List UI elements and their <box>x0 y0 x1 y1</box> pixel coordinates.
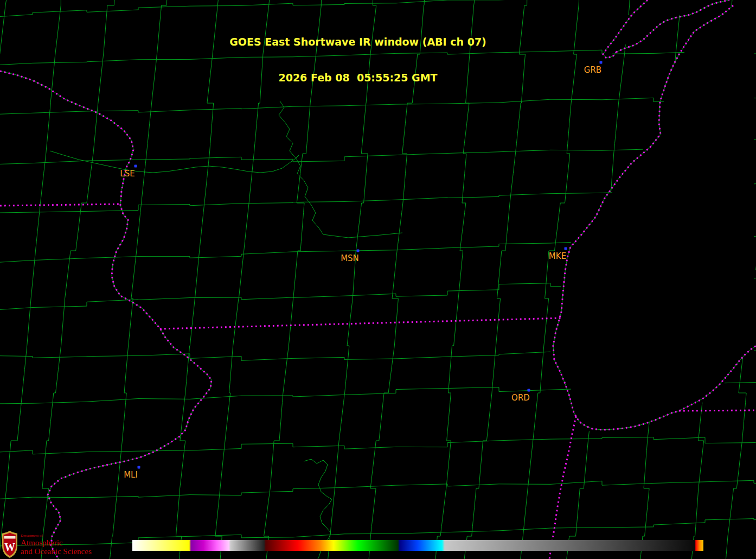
city-dot-mke <box>565 247 567 250</box>
mississippi-river-bank <box>0 71 212 559</box>
crest-letter: W <box>4 541 15 553</box>
title-line-1: GOES East Shortwave IR window (ABI ch 07… <box>0 36 716 48</box>
logo-dept-text: Department of <box>21 533 92 538</box>
image-title: GOES East Shortwave IR window (ABI ch 07… <box>0 12 716 107</box>
city-dot-ord <box>528 389 530 392</box>
city-dot-lse <box>134 165 137 168</box>
title-line-2: 2026 Feb 08 05:55:25 GMT <box>0 72 716 84</box>
mississippi-river-dotted <box>0 71 212 559</box>
indiana-michigan-border-dotted <box>679 410 756 411</box>
wisconsin-river <box>279 101 402 238</box>
uw-aos-logo: W Department of Atmospheric and Oceanic … <box>2 530 92 558</box>
minnesota-iowa-border-dotted <box>0 204 120 206</box>
city-label-mke: MKE <box>549 251 566 261</box>
logo-line-1: Atmospheric <box>21 538 92 547</box>
city-dot-mli <box>138 466 140 469</box>
wisconsin-illinois-border-dotted <box>160 318 561 329</box>
city-dot-msn <box>357 250 360 252</box>
satellite-image-viewport: LSEGRBMSNMKEORDMLI GOES East Shortwave I… <box>0 0 756 559</box>
uw-crest-icon: W <box>2 530 18 558</box>
city-label-lse: LSE <box>120 169 134 179</box>
city-label-mli: MLI <box>124 470 138 480</box>
logo-line-2: and Oceanic Sciences <box>21 547 92 556</box>
western-river <box>50 151 299 173</box>
temperature-colorbar <box>132 540 703 551</box>
city-label-ord: ORD <box>511 393 530 403</box>
city-label-msn: MSN <box>341 253 359 263</box>
crest-band <box>4 536 16 539</box>
illinois-indiana-border-dotted <box>549 416 576 559</box>
